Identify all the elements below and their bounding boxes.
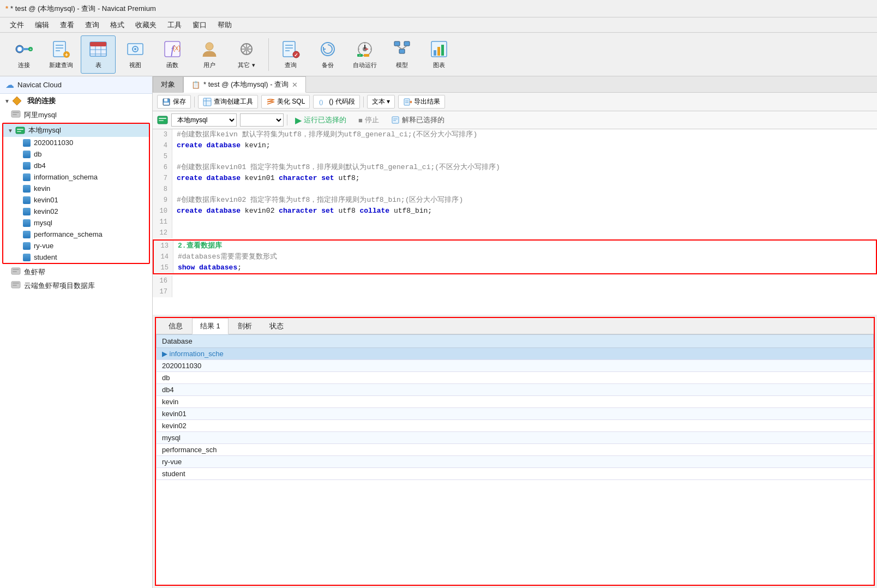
model-button[interactable]: 模型 — [385, 35, 419, 74]
code-line-4: 4 create database kevin; — [153, 140, 877, 151]
line-num-6: 6 — [153, 162, 172, 173]
beautify-button[interactable]: 美化 SQL — [261, 95, 310, 109]
autorun-label: 自动运行 — [353, 61, 377, 69]
function-icon: f (x) — [163, 39, 182, 59]
sidebar-item-aliyun-mysql[interactable]: 阿里mysql — [0, 108, 152, 122]
code-line-13: 13 2.查看数据库 — [154, 241, 876, 251]
menu-help[interactable]: 帮助 — [212, 18, 237, 32]
result-row-db[interactable]: db — [157, 372, 874, 384]
text-button[interactable]: 文本 ▾ — [367, 95, 395, 109]
svg-rect-40 — [399, 49, 405, 53]
connections-arrow: ▼ — [4, 98, 10, 104]
result-row-db4[interactable]: db4 — [157, 384, 874, 396]
toolbar-separator — [268, 38, 269, 71]
database-select[interactable] — [240, 113, 284, 127]
db-icon-1 — [23, 139, 31, 147]
tab-query[interactable]: 📋 * test @ (本地mysql) - 查询 ✕ — [183, 76, 306, 93]
cloud-icon: ☁ — [5, 80, 14, 90]
sidebar-db-ry-vue[interactable]: ry-vue — [3, 240, 149, 251]
db-icon-7 — [23, 208, 31, 215]
result-tab-result1[interactable]: 结果 1 — [192, 318, 229, 334]
chart-button[interactable]: 图表 — [422, 35, 456, 74]
save-button[interactable]: 保存 — [157, 95, 191, 109]
svg-rect-60 — [164, 99, 167, 101]
snippet-button[interactable]: () () 代码段 — [313, 95, 359, 109]
menu-format[interactable]: 格式 — [105, 18, 130, 32]
line-num-17: 17 — [153, 286, 172, 297]
autorun-icon: ✓ — [355, 39, 375, 59]
menu-tools[interactable]: 工具 — [162, 18, 187, 32]
result-row-information-schema[interactable]: ▶ information_sche — [157, 348, 874, 360]
result-row-kevin01[interactable]: kevin01 — [157, 408, 874, 420]
run-selected-button[interactable]: ▶ 运行已选择的 — [291, 114, 351, 127]
db-icon-3 — [23, 162, 31, 170]
result-tab-profile[interactable]: 剖析 — [230, 318, 260, 334]
connect-button[interactable]: + 连接 — [7, 35, 41, 74]
sidebar-db-db[interactable]: db — [3, 148, 149, 160]
result-cell-kevin02: kevin02 — [157, 420, 874, 432]
code-line-17: 17 — [153, 286, 877, 297]
stop-button[interactable]: ■ 停止 — [354, 114, 383, 126]
sidebar-db-performance-schema[interactable]: performance_schema — [3, 229, 149, 240]
connect-icon: + — [14, 39, 34, 59]
sidebar-item-yuxiabang[interactable]: 鱼虾帮 — [0, 265, 152, 279]
text-label: 文本 ▾ — [372, 97, 390, 106]
line-content-13: 2.查看数据库 — [173, 241, 876, 251]
line-content-6: #创建数据库kevin01 指定字符集为utf8，排序规则默认为utf8_gen… — [172, 162, 877, 173]
menu-query[interactable]: 查询 — [80, 18, 105, 32]
menu-window[interactable]: 窗口 — [187, 18, 212, 32]
highlighted-code-block: 13 2.查看数据库 14 #databases需要需要复数形式 15 show… — [153, 239, 877, 274]
sidebar-db-2020011030[interactable]: 2020011030 — [3, 137, 149, 148]
backup-button[interactable]: 备份 — [310, 35, 345, 74]
function-button[interactable]: f (x) 函数 — [155, 35, 190, 74]
result-row-performance-schema[interactable]: performance_sch — [157, 444, 874, 456]
qt-sep1 — [194, 97, 195, 107]
result-table: Database ▶ information_sche 2020011030 — [156, 334, 874, 480]
export-button[interactable]: 导出结果 — [398, 95, 445, 109]
result-row-2020011030[interactable]: 2020011030 — [157, 360, 874, 372]
code-editor[interactable]: 3 #创建数据库keivn 默认字符集为utf8，排序规则为utf8_gener… — [153, 129, 877, 315]
tab-close-button[interactable]: ✕ — [292, 81, 298, 89]
sidebar-db-kevin01[interactable]: kevin01 — [3, 194, 149, 206]
sidebar-db-mysql[interactable]: mysql — [3, 217, 149, 229]
other-button[interactable]: 其它 ▾ — [229, 35, 264, 74]
table-button[interactable]: 表 — [81, 35, 116, 74]
menu-favorites[interactable]: 收藏夹 — [130, 18, 162, 32]
sidebar-db-kevin02[interactable]: kevin02 — [3, 206, 149, 217]
result-row-mysql[interactable]: mysql — [157, 432, 874, 444]
svg-point-23 — [206, 43, 213, 50]
code-line-15: 15 show databases; — [154, 262, 876, 273]
build-query-button[interactable]: 查询创建工具 — [198, 95, 258, 109]
my-connections-header[interactable]: ▼ 我的连接 — [0, 94, 152, 108]
menu-file[interactable]: 文件 — [4, 18, 29, 32]
line-content-3: #创建数据库keivn 默认字符集为utf8，排序规则为utf8_general… — [172, 129, 877, 140]
result-row-kevin02[interactable]: kevin02 — [157, 420, 874, 432]
connection-select[interactable]: 本地mysql — [171, 113, 237, 127]
result-tab-status[interactable]: 状态 — [261, 318, 292, 334]
svg-rect-46 — [441, 45, 444, 56]
disconnected-icon — [11, 110, 21, 120]
sidebar-db-student[interactable]: student — [3, 251, 149, 263]
tab-objects[interactable]: 对象 — [153, 76, 183, 92]
line-content-5 — [172, 151, 877, 162]
menu-edit[interactable]: 编辑 — [29, 18, 55, 32]
result-row-ry-vue[interactable]: ry-vue — [157, 456, 874, 468]
result-row-kevin[interactable]: kevin — [157, 396, 874, 408]
new-query-button[interactable]: + 新建查询 — [44, 35, 79, 74]
sidebar-db-information-schema[interactable]: information_schema — [3, 171, 149, 183]
autorun-button[interactable]: ✓ 自动运行 — [347, 35, 382, 74]
view-button[interactable]: 视图 — [118, 35, 153, 74]
query-btn[interactable]: ✓ 查询 — [273, 35, 308, 74]
result-tab-info[interactable]: 信息 — [160, 318, 191, 334]
sidebar-item-local-mysql[interactable]: ▼ 本地mysql — [3, 124, 149, 137]
svg-rect-44 — [434, 50, 436, 56]
menu-view[interactable]: 查看 — [55, 18, 80, 32]
user-button[interactable]: 用户 — [192, 35, 227, 74]
sidebar-db-db4[interactable]: db4 — [3, 160, 149, 171]
sidebar-item-cloud-yuxiabang[interactable]: 云端鱼虾帮项目数据库 — [0, 279, 152, 292]
result-row-student[interactable]: student — [157, 468, 874, 480]
result-table-container[interactable]: Database ▶ information_sche 2020011030 — [156, 334, 874, 480]
explain-button[interactable]: 解释已选择的 — [387, 114, 449, 126]
sidebar-db-kevin[interactable]: kevin — [3, 183, 149, 194]
objects-tab-label: 对象 — [161, 80, 175, 89]
